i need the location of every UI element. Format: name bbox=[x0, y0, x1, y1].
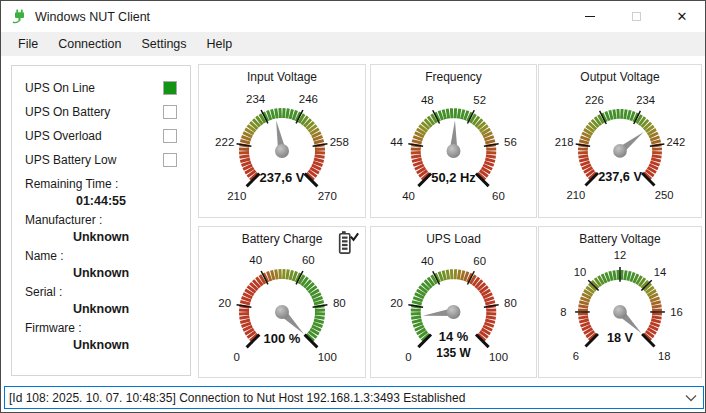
ups-overload-light bbox=[163, 129, 177, 143]
maximize-icon bbox=[632, 12, 641, 21]
field-value: Unknown bbox=[25, 338, 177, 352]
svg-text:44: 44 bbox=[390, 136, 403, 148]
status-message: [Id 108: 2025. 10. 07. 10:48:35] Connect… bbox=[9, 391, 685, 405]
ups-battery-low-light bbox=[163, 153, 177, 167]
field-value: Unknown bbox=[25, 230, 177, 244]
svg-text:60: 60 bbox=[473, 255, 486, 267]
field-value: Unknown bbox=[25, 266, 177, 280]
svg-text:226: 226 bbox=[585, 94, 604, 106]
menu-item-settings[interactable]: Settings bbox=[131, 34, 196, 54]
menu-item-help[interactable]: Help bbox=[197, 34, 243, 54]
indicator-ups-battery-low: UPS Battery Low bbox=[25, 148, 177, 172]
svg-text:80: 80 bbox=[504, 297, 517, 309]
chevron-down-icon[interactable] bbox=[685, 394, 697, 402]
svg-text:222: 222 bbox=[215, 136, 234, 148]
indicator-ups-overload: UPS Overload bbox=[25, 124, 177, 148]
minimize-button[interactable] bbox=[567, 1, 613, 32]
field-value: Unknown bbox=[25, 302, 177, 316]
svg-text:14: 14 bbox=[654, 266, 666, 278]
svg-text:56: 56 bbox=[504, 136, 517, 148]
gauge-panel-frequency: Frequency 40444852566050,2 Hz bbox=[370, 64, 537, 218]
field-label: Name : bbox=[25, 249, 177, 263]
indicator-label: UPS On Line bbox=[25, 81, 95, 95]
svg-text:210: 210 bbox=[227, 190, 246, 202]
gauge-panel-battery-charge: Battery Charge 020406080100100 % bbox=[198, 226, 366, 378]
svg-text:16: 16 bbox=[670, 306, 682, 318]
svg-text:52: 52 bbox=[473, 94, 486, 106]
battery-check-icon bbox=[336, 230, 360, 260]
gauge-panel-input-voltage: Input Voltage 210222234246258270237,6 V bbox=[198, 64, 366, 218]
svg-text:100: 100 bbox=[489, 351, 508, 363]
svg-text:18: 18 bbox=[658, 350, 670, 362]
indicator-ups-on-battery: UPS On Battery bbox=[25, 100, 177, 124]
svg-text:60: 60 bbox=[492, 190, 505, 202]
svg-text:48: 48 bbox=[421, 94, 434, 106]
gauge-title: Battery Voltage bbox=[539, 227, 701, 245]
svg-text:60: 60 bbox=[302, 254, 315, 266]
indicator-label: UPS Battery Low bbox=[25, 153, 116, 167]
ups-on-line-light bbox=[163, 81, 177, 95]
ups-on-battery-light bbox=[163, 105, 177, 119]
svg-text:8: 8 bbox=[560, 306, 566, 318]
svg-text:6: 6 bbox=[573, 350, 579, 362]
maximize-button[interactable] bbox=[613, 1, 659, 32]
svg-text:237,6 V: 237,6 V bbox=[598, 170, 642, 184]
field-remaining-time: Remaining Time : 01:44:55 bbox=[25, 177, 177, 208]
svg-text:40: 40 bbox=[402, 190, 415, 202]
svg-text:258: 258 bbox=[330, 136, 349, 148]
indicator-label: UPS Overload bbox=[25, 129, 102, 143]
svg-text:14 %: 14 % bbox=[439, 329, 469, 344]
menu-item-connection[interactable]: Connection bbox=[48, 34, 131, 54]
svg-text:10: 10 bbox=[574, 266, 586, 278]
ups-status-groupbox: UPS On Line UPS On Battery UPS Overload … bbox=[11, 65, 191, 376]
field-value: 01:44:55 bbox=[25, 194, 177, 208]
gauge-title: UPS Load bbox=[371, 227, 536, 245]
menu-bar: File Connection Settings Help bbox=[1, 32, 705, 56]
gauge-panel-output-voltage: Output Voltage 210218226234242250237,6 V bbox=[538, 64, 702, 218]
svg-text:0: 0 bbox=[234, 351, 240, 363]
gauge-title: Output Voltage bbox=[539, 65, 701, 83]
title-bar: Windows NUT Client ✕ bbox=[1, 1, 705, 32]
battery-voltage-gauge: 68101214161818 V bbox=[539, 245, 701, 375]
field-name: Name : Unknown bbox=[25, 249, 177, 280]
svg-text:270: 270 bbox=[318, 190, 337, 202]
svg-text:100 %: 100 % bbox=[264, 331, 301, 346]
svg-text:135 W: 135 W bbox=[436, 346, 471, 360]
svg-text:12: 12 bbox=[614, 249, 626, 261]
menu-item-file[interactable]: File bbox=[8, 34, 48, 54]
svg-text:237,6 V: 237,6 V bbox=[260, 170, 305, 185]
indicator-ups-on-line: UPS On Line bbox=[25, 76, 177, 100]
svg-text:18 V: 18 V bbox=[607, 331, 634, 345]
svg-text:20: 20 bbox=[390, 297, 403, 309]
close-button[interactable]: ✕ bbox=[659, 1, 705, 32]
svg-text:250: 250 bbox=[655, 189, 674, 201]
input-voltage-gauge: 210222234246258270237,6 V bbox=[199, 83, 365, 215]
field-label: Remaining Time : bbox=[25, 177, 177, 191]
close-icon: ✕ bbox=[677, 10, 688, 23]
ups-load-gauge: 02040608010014 %135 W bbox=[371, 245, 536, 375]
svg-text:40: 40 bbox=[249, 254, 262, 266]
field-label: Serial : bbox=[25, 285, 177, 299]
svg-text:246: 246 bbox=[299, 93, 318, 105]
svg-text:100: 100 bbox=[318, 351, 337, 363]
app-icon bbox=[12, 9, 27, 24]
gauge-title: Input Voltage bbox=[199, 65, 365, 83]
frequency-gauge: 40444852566050,2 Hz bbox=[371, 83, 536, 215]
svg-text:50,2 Hz: 50,2 Hz bbox=[431, 170, 475, 185]
svg-text:234: 234 bbox=[636, 94, 655, 106]
field-label: Firmware : bbox=[25, 321, 177, 335]
svg-text:218: 218 bbox=[555, 136, 574, 148]
field-firmware: Firmware : Unknown bbox=[25, 321, 177, 352]
svg-text:234: 234 bbox=[246, 93, 266, 105]
field-serial: Serial : Unknown bbox=[25, 285, 177, 316]
gauge-panel-ups-load: UPS Load 02040608010014 %135 W bbox=[370, 226, 537, 378]
battery-charge-gauge: 020406080100100 % bbox=[199, 245, 365, 375]
indicator-label: UPS On Battery bbox=[25, 105, 110, 119]
gauge-panel-battery-voltage: Battery Voltage 68101214161818 V bbox=[538, 226, 702, 378]
output-voltage-gauge: 210218226234242250237,6 V bbox=[539, 83, 701, 215]
gauge-title: Frequency bbox=[371, 65, 536, 83]
window-title: Windows NUT Client bbox=[35, 10, 150, 24]
field-manufacturer: Manufacturer : Unknown bbox=[25, 213, 177, 244]
app-window: Windows NUT Client ✕ File Connection Set… bbox=[0, 0, 706, 413]
status-combobox[interactable]: [Id 108: 2025. 10. 07. 10:48:35] Connect… bbox=[4, 386, 704, 409]
